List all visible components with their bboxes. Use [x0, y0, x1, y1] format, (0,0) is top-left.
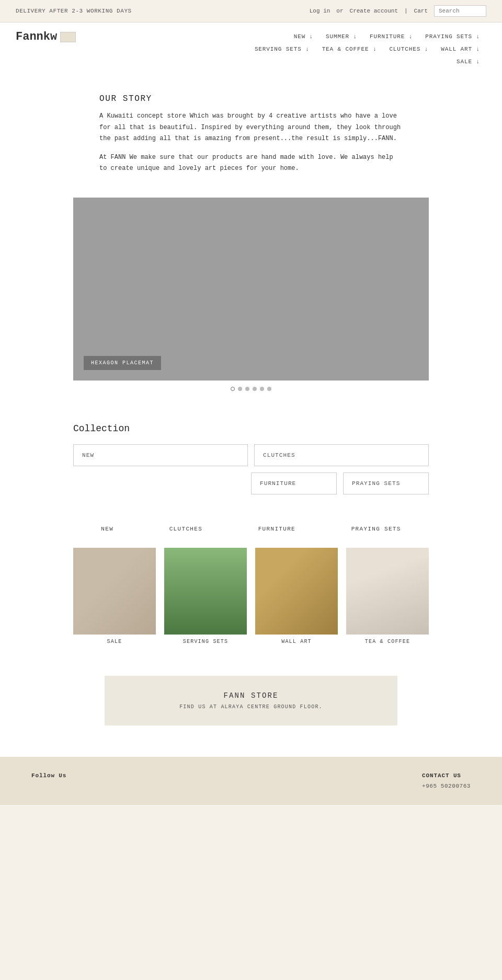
product-serving-sets[interactable]: SERVING SETS	[164, 548, 247, 644]
slideshow[interactable]: HEXAGON PLACEMAT	[73, 198, 429, 381]
slide-dot-6[interactable]	[267, 387, 271, 391]
category-furniture[interactable]: FURNITURE	[258, 526, 295, 532]
product-name-sale: SALE	[107, 639, 122, 644]
contact-us-label: CONTACT US	[422, 773, 471, 779]
product-name-serving: SERVING SETS	[183, 639, 228, 644]
nav-row-2: SERVING SETS ↓ TEA & COFFEE ↓ CLUTCHES ↓…	[248, 43, 486, 55]
footer-col-contact: CONTACT US +965 50200763	[422, 773, 471, 789]
category-clutches[interactable]: CLUTCHES	[169, 526, 202, 532]
login-link[interactable]: Log in	[310, 8, 330, 14]
logo-box	[60, 32, 76, 42]
collection-item-furniture[interactable]: FURNITURE	[251, 472, 337, 494]
slide-dot-2[interactable]	[238, 387, 242, 391]
logo[interactable]: Fannkw	[16, 30, 76, 43]
cart-link[interactable]: Cart	[414, 8, 428, 14]
contact-phone: +965 50200763	[422, 783, 471, 789]
cart-label: Cart	[414, 8, 428, 14]
header: Fannkw NEW ↓ SUMMER ↓ FURNITURE ↓ PRAYIN…	[0, 22, 502, 73]
product-img-serving	[164, 548, 247, 635]
logo-text: Fannkw	[16, 30, 57, 43]
or-text: or	[336, 8, 343, 14]
create-account-link[interactable]: Create account	[350, 8, 398, 14]
delivery-text: DELIVERY AFTER 2-3 WORKING DAYS	[16, 8, 132, 14]
story-title: OUR STORY	[99, 94, 403, 103]
store-footer-banner: FANN STORE FIND US AT ALRAYA CENTRE GROU…	[105, 676, 397, 725]
product-name-tea: TEA & COFFEE	[365, 639, 410, 644]
product-img-tea	[346, 548, 429, 635]
store-footer-text: FIND US AT ALRAYA CENTRE GROUND FLOOR.	[115, 704, 387, 710]
category-new[interactable]: NEW	[101, 526, 113, 532]
nav-serving-sets[interactable]: SERVING SETS ↓	[248, 43, 316, 55]
nav: NEW ↓ SUMMER ↓ FURNITURE ↓ PRAYING SETS …	[248, 30, 486, 73]
product-wall-art[interactable]: WALL ART	[255, 548, 338, 644]
collection-section: Collection NEW CLUTCHES FURNITURE PRAYIN…	[42, 408, 460, 505]
collection-item-new[interactable]: NEW	[73, 444, 248, 466]
slide-dot-3[interactable]	[245, 387, 249, 391]
slideshow-container: HEXAGON PLACEMAT	[42, 198, 460, 408]
top-bar-right: Log in or Create account | Cart	[310, 5, 486, 17]
products-grid: SALE SERVING SETS WALL ART TEA & COFFEE	[73, 548, 429, 644]
product-img-wall	[255, 548, 338, 635]
nav-row-1: NEW ↓ SUMMER ↓ FURNITURE ↓ PRAYING SETS …	[288, 30, 486, 43]
story-paragraph-1: A Kuwaiti concept store Which was brough…	[99, 111, 403, 145]
slide-dot-4[interactable]	[253, 387, 257, 391]
main-content: OUR STORY A Kuwaiti concept store Which …	[0, 73, 502, 757]
top-bar: DELIVERY AFTER 2-3 WORKING DAYS Log in o…	[0, 0, 502, 22]
footer-col-follow: Follow Us	[31, 773, 66, 783]
product-tea-coffee[interactable]: TEA & COFFEE	[346, 548, 429, 644]
nav-row-3: SALE ↓	[450, 55, 486, 68]
search-input[interactable]	[434, 5, 486, 17]
nav-praying-sets[interactable]: PRAYING SETS ↓	[419, 30, 486, 43]
nav-summer[interactable]: SUMMER ↓	[320, 30, 363, 43]
cart-divider: |	[404, 8, 408, 14]
follow-us-label: Follow Us	[31, 773, 66, 779]
collection-item-praying-sets[interactable]: PRAYING SETS	[343, 472, 429, 494]
category-labels: NEW CLUTCHES FURNITURE PRAYING SETS	[42, 505, 460, 543]
nav-tea-coffee[interactable]: TEA & COFFEE ↓	[316, 43, 383, 55]
slide-dots	[73, 381, 429, 397]
bottom-footer: Follow Us CONTACT US +965 50200763	[0, 757, 502, 805]
products-section: SALE SERVING SETS WALL ART TEA & COFFEE	[42, 543, 460, 660]
story-section: OUR STORY A Kuwaiti concept store Which …	[68, 73, 434, 198]
nav-wall-art[interactable]: WALL ART ↓	[435, 43, 486, 55]
story-paragraph-2: At FANN We make sure that our products a…	[99, 152, 403, 175]
nav-sale[interactable]: SALE ↓	[450, 55, 486, 68]
slide-label: HEXAGON PLACEMAT	[84, 356, 161, 370]
nav-clutches[interactable]: CLUTCHES ↓	[383, 43, 435, 55]
slide-dot-1[interactable]	[231, 387, 235, 391]
category-praying-sets[interactable]: PRAYING SETS	[351, 526, 401, 532]
product-name-wall: WALL ART	[281, 639, 312, 644]
product-sale[interactable]: SALE	[73, 548, 156, 644]
collection-item-clutches[interactable]: CLUTCHES	[254, 444, 429, 466]
store-footer-title: FANN STORE	[115, 691, 387, 700]
nav-furniture[interactable]: FURNITURE ↓	[363, 30, 419, 43]
collection-title: Collection	[73, 423, 429, 434]
product-img-sale	[73, 548, 156, 635]
nav-new[interactable]: NEW ↓	[288, 30, 320, 43]
slide-dot-5[interactable]	[260, 387, 264, 391]
